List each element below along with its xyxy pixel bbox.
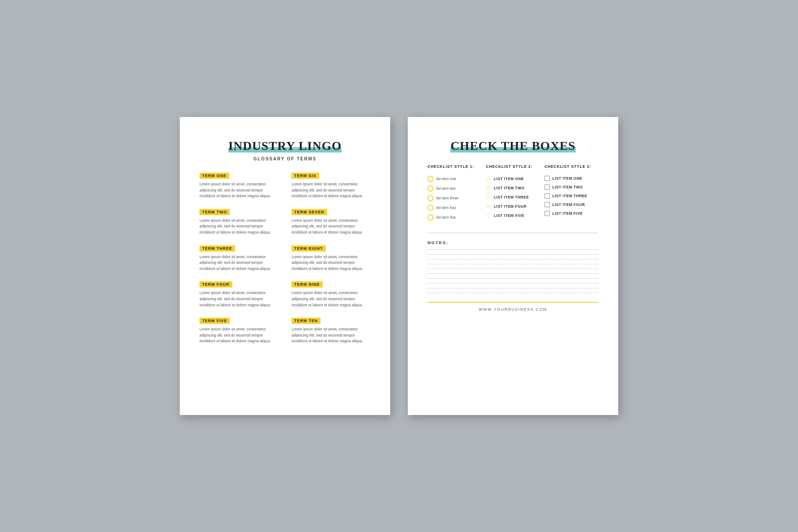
term-block: TERM FOUR Lorem ipsum dolor sit amet, co… <box>200 280 278 308</box>
section-divider <box>428 233 598 233</box>
checklist-item-text: list item three <box>436 196 459 200</box>
note-line <box>428 278 598 279</box>
note-line <box>428 293 598 293</box>
footer-url: WWW.YOURBUSINESS.COM <box>428 307 598 312</box>
checklist-item-text: LIST ITEM TWO <box>494 186 524 190</box>
notes-label: NOTES: <box>428 240 598 245</box>
note-line <box>428 264 598 264</box>
checklist-item[interactable]: list item four <box>428 205 481 211</box>
term-label: TERM ONE <box>200 173 229 179</box>
page-check-boxes: CHECK THE BOXES CHECKLIST STYLE 1:list i… <box>408 117 618 415</box>
checklist-item[interactable]: ☆LIST ITEM FIVE <box>486 213 540 218</box>
checklist-item[interactable]: list item one <box>428 176 481 182</box>
checklist-item[interactable]: list item two <box>428 185 481 192</box>
checklist-col-1: CHECKLIST STYLE 1:list item onelist item… <box>428 164 481 224</box>
square-icon <box>545 211 550 216</box>
page2-title: CHECK THE BOXES <box>450 139 575 153</box>
checklist-item[interactable]: LIST ITEM FIVE <box>545 211 598 216</box>
note-line <box>428 273 598 274</box>
page1-subtitle: GLOSSARY OF TERMS <box>200 156 370 161</box>
checklist-item[interactable]: ☆LIST ITEM THREE <box>486 194 540 200</box>
square-icon <box>545 202 550 207</box>
star-icon: ☆ <box>486 185 491 191</box>
checklist-col-3: CHECKLIST STYLE 3:LIST ITEM ONELIST ITEM… <box>545 164 598 224</box>
term-label: TERM EIGHT <box>292 245 326 252</box>
term-label: TERM NINE <box>292 281 323 287</box>
checklist-item[interactable]: ☆LIST ITEM TWO <box>486 185 540 191</box>
checklist-item-text: LIST ITEM ONE <box>552 176 582 181</box>
checklist-item[interactable]: LIST ITEM TWO <box>545 184 598 190</box>
term-block: TERM FIVE Lorem ipsum dolor sit amet, co… <box>200 316 278 344</box>
checklist-item-text: LIST ITEM THREE <box>552 194 588 198</box>
term-text: Lorem ipsum dolor sit amet, consectetur … <box>292 254 370 272</box>
checklist-item-text: LIST ITEM FOUR <box>494 204 527 209</box>
term-text: Lorem ipsum dolor sit amet, consectetur … <box>292 326 370 344</box>
checklist-item-text: list item four <box>436 206 456 210</box>
checklist-item[interactable]: ☆LIST ITEM FOUR <box>486 203 540 209</box>
checklist-item[interactable]: LIST ITEM THREE <box>545 193 598 199</box>
square-icon <box>545 193 550 199</box>
star-icon: ☆ <box>486 194 491 200</box>
term-block: TERM THREE Lorem ipsum dolor sit amet, c… <box>200 244 278 272</box>
term-block: TERM EIGHT Lorem ipsum dolor sit amet, c… <box>292 244 370 272</box>
checklist-item-text: LIST ITEM ONE <box>494 177 524 181</box>
term-label: TERM SIX <box>292 173 319 179</box>
term-text: Lorem ipsum dolor sit amet, consectetur … <box>200 290 278 308</box>
checklist-item[interactable]: list item five <box>428 214 481 220</box>
note-line <box>428 259 598 259</box>
star-icon: ☆ <box>486 176 491 181</box>
term-label: TERM SEVEN <box>292 209 327 215</box>
term-block: TERM ONE Lorem ipsum dolor sit amet, con… <box>200 171 278 199</box>
note-line <box>428 249 598 250</box>
term-text: Lorem ipsum dolor sit amet, consectetur … <box>200 326 278 344</box>
term-label: TERM FOUR <box>200 281 232 287</box>
page1-title-wrap: INDUSTRY LINGO <box>200 139 370 153</box>
term-block: TERM TWO Lorem ipsum dolor sit amet, con… <box>200 207 278 236</box>
checklist-item[interactable]: LIST ITEM FOUR <box>545 202 598 207</box>
note-line <box>428 283 598 284</box>
checklist-item-text: list item one <box>436 177 456 181</box>
term-block: TERM SIX Lorem ipsum dolor sit amet, con… <box>292 171 370 199</box>
page1-title: INDUSTRY LINGO <box>228 139 342 153</box>
circle-icon <box>428 205 434 211</box>
checklist-item-text: LIST ITEM FOUR <box>552 202 585 207</box>
note-line <box>428 269 598 269</box>
checklist-header: CHECKLIST STYLE 3: <box>545 164 598 170</box>
term-block: TERM TEN Lorem ipsum dolor sit amet, con… <box>292 316 370 344</box>
checklist-item[interactable]: LIST ITEM ONE <box>545 176 598 181</box>
note-line <box>428 288 598 288</box>
term-text: Lorem ipsum dolor sit amet, consectetur … <box>292 181 370 199</box>
page-industry-lingo: INDUSTRY LINGO GLOSSARY OF TERMS TERM ON… <box>180 117 390 415</box>
checklist-item-text: LIST ITEM TWO <box>552 185 583 189</box>
square-icon <box>545 176 550 181</box>
term-text: Lorem ipsum dolor sit amet, consectetur … <box>292 218 370 236</box>
checklist-item[interactable]: list item three <box>428 195 481 201</box>
checklist-col-2: CHECKLIST STYLE 2:☆LIST ITEM ONE☆LIST IT… <box>486 164 540 224</box>
term-label: TERM TWO <box>200 209 230 215</box>
checklist-item[interactable]: ☆LIST ITEM ONE <box>486 176 540 181</box>
checklist-section: CHECKLIST STYLE 1:list item onelist item… <box>428 164 598 224</box>
term-label: TERM FIVE <box>200 318 230 324</box>
circle-icon <box>428 214 434 220</box>
checklist-item-text: list item two <box>436 186 456 191</box>
square-icon <box>545 184 550 190</box>
circle-icon <box>428 185 434 192</box>
term-text: Lorem ipsum dolor sit amet, consectetur … <box>292 290 370 308</box>
term-block: TERM NINE Lorem ipsum dolor sit amet, co… <box>292 280 370 308</box>
note-line <box>428 254 598 255</box>
checklist-item-text: LIST ITEM FIVE <box>494 213 524 218</box>
pages-container: INDUSTRY LINGO GLOSSARY OF TERMS TERM ON… <box>180 117 618 415</box>
circle-icon <box>428 176 434 182</box>
star-icon: ☆ <box>486 203 491 209</box>
term-text: Lorem ipsum dolor sit amet, consectetur … <box>200 254 278 272</box>
footer-divider <box>428 302 598 303</box>
checklist-header: CHECKLIST STYLE 2: <box>486 164 540 170</box>
terms-grid: TERM ONE Lorem ipsum dolor sit amet, con… <box>200 171 370 352</box>
page2-title-wrap: CHECK THE BOXES <box>428 139 598 153</box>
checklist-item-text: LIST ITEM THREE <box>494 195 529 199</box>
term-label: TERM TEN <box>292 318 321 324</box>
circle-icon <box>428 195 434 201</box>
checklist-header: CHECKLIST STYLE 1: <box>428 164 481 170</box>
term-text: Lorem ipsum dolor sit amet, consectetur … <box>200 218 278 236</box>
term-block: TERM SEVEN Lorem ipsum dolor sit amet, c… <box>292 207 370 236</box>
